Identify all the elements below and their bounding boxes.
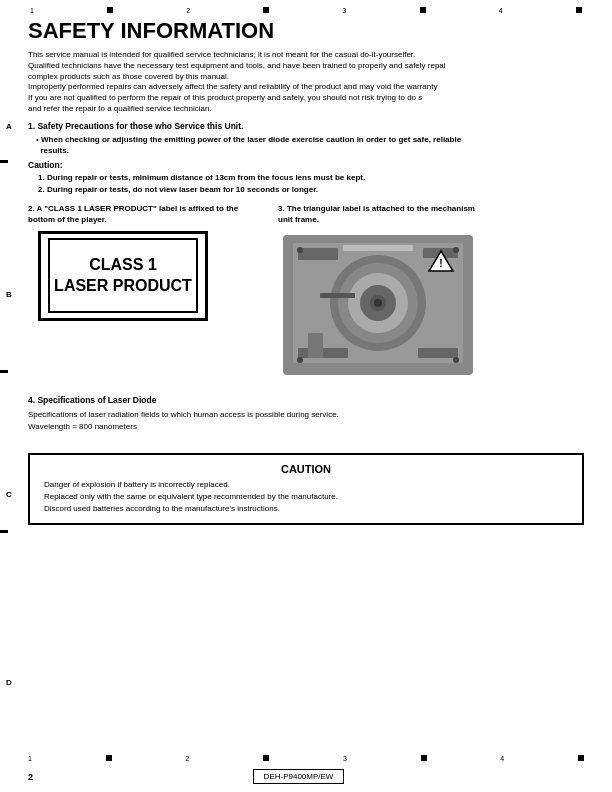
caution-box-line2: Replaced only with the same or equivalen… (44, 491, 568, 503)
ruler-mark-4 (576, 7, 582, 13)
model-number: DEH-P9400MP/EW (253, 769, 345, 784)
page-number: 2 (28, 772, 33, 782)
left-mark-3 (0, 530, 8, 533)
svg-rect-20 (308, 333, 323, 358)
laser-product-inner-box: CLASS 1 LASER PRODUCT (48, 238, 198, 313)
intro-line5: If you are not qualified to perform the … (28, 93, 422, 102)
laser-product-text: CLASS 1 LASER PRODUCT (54, 255, 192, 297)
svg-point-13 (297, 247, 303, 253)
intro-line1: This service manual is intended for qual… (28, 50, 415, 59)
footer-ruler-num-4: 4 (500, 755, 504, 762)
footer-ruler-num-1: 1 (28, 755, 32, 762)
ruler-top: 1 2 3 4 (0, 0, 612, 16)
caution-label: Caution: (28, 160, 584, 170)
caution-box-body: Danger of explosion if battery is incorr… (44, 479, 568, 515)
ruler-mark-2 (263, 7, 269, 13)
side-letter-d: D (6, 678, 12, 687)
bullet-text-1: When checking or adjusting the emitting … (41, 135, 461, 144)
intro-line4: Improperly performed repairs can adverse… (28, 82, 437, 91)
footer-ruler-num-2: 2 (185, 755, 189, 762)
col-right: 3. The triangular label is attached to t… (278, 204, 584, 385)
intro-line3: complex products such as those covered b… (28, 72, 229, 81)
two-col-section: 2. A "CLASS 1 LASER PRODUCT" label is af… (28, 204, 584, 385)
footer-ruler-row: 1 2 3 4 (0, 755, 612, 762)
footer-ruler-num-3: 3 (343, 755, 347, 762)
ruler-num-3: 3 (343, 7, 347, 14)
footer-ruler-mark-1 (106, 755, 112, 761)
ruler-num-4: 4 (499, 7, 503, 14)
mechanism-image: ! (278, 233, 478, 383)
svg-point-15 (297, 357, 303, 363)
ruler-mark-3 (420, 7, 426, 13)
svg-point-7 (374, 299, 382, 307)
section4-header: 4. Specifications of Laser Diode (28, 395, 584, 405)
main-content: SAFETY INFORMATION This service manual i… (28, 18, 584, 433)
col-left: 2. A "CLASS 1 LASER PRODUCT" label is af… (28, 204, 268, 385)
col-left-label: 2. A "CLASS 1 LASER PRODUCT" label is af… (28, 204, 268, 225)
caution-item-2: 2. During repair or tests, do not view l… (38, 184, 584, 196)
footer-ruler-mark-2 (263, 755, 269, 761)
col-right-label: 3. The triangular label is attached to t… (278, 204, 584, 225)
bullet-item-1: • When checking or adjusting the emittin… (28, 134, 584, 156)
svg-point-16 (453, 357, 459, 363)
ruler-num-1: 1 (30, 7, 34, 14)
section1-header: 1. Safety Precautions for those who Serv… (28, 121, 584, 131)
caution-box-line3: Discord used batteries according to the … (44, 503, 568, 515)
intro-line6: and refer the repair to a qualified serv… (28, 104, 212, 113)
ruler-num-2: 2 (186, 7, 190, 14)
svg-rect-11 (418, 348, 458, 358)
svg-text:!: ! (439, 258, 442, 269)
caution-box-line1: Danger of explosion if battery is incorr… (44, 479, 568, 491)
footer-ruler-mark-3 (421, 755, 427, 761)
svg-rect-12 (320, 293, 355, 298)
footer: 2 DEH-P9400MP/EW (0, 769, 612, 784)
svg-rect-19 (343, 245, 413, 251)
svg-rect-8 (298, 248, 338, 260)
intro-line2: Qualified technicians have the necessary… (28, 61, 446, 70)
left-mark-2 (0, 370, 8, 373)
spec-text: Specifications of laser radiation fields… (28, 409, 584, 433)
side-letter-c: C (6, 490, 12, 499)
caution-items: 1. During repair or tests, minimum dista… (28, 172, 584, 196)
side-letter-b: B (6, 290, 12, 299)
laser-product-box: CLASS 1 LASER PRODUCT (38, 231, 208, 321)
spec-line2: Wavelength = 800 nanometers (28, 421, 584, 433)
caution-box-title: CAUTION (44, 463, 568, 475)
side-letter-a: A (6, 122, 12, 131)
spec-line1: Specifications of laser radiation fields… (28, 409, 584, 421)
page-title: SAFETY INFORMATION (28, 18, 584, 44)
footer-ruler-mark-4 (578, 755, 584, 761)
bullet-text-1b: results. (40, 146, 68, 155)
caution-item-1: 1. During repair or tests, minimum dista… (38, 172, 584, 184)
ruler-mark-1 (107, 7, 113, 13)
left-mark-1 (0, 160, 8, 163)
svg-point-14 (453, 247, 459, 253)
caution-box: CAUTION Danger of explosion if battery i… (28, 453, 584, 525)
intro-paragraph: This service manual is intended for qual… (28, 50, 584, 115)
